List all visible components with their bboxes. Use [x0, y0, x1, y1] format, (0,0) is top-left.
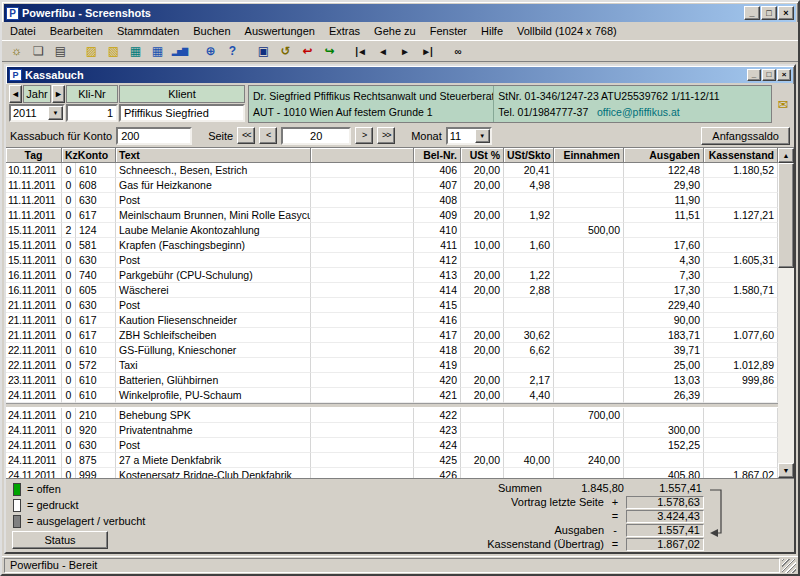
menu-auswertungen[interactable]: Auswertungen	[238, 23, 322, 39]
minimize-icon[interactable]: _	[744, 6, 760, 20]
page-last-button[interactable]: >>	[377, 127, 395, 144]
resize-grip[interactable]	[782, 559, 796, 573]
cashbook-icon[interactable]: ▦	[125, 42, 146, 61]
table-row[interactable]: 21.11.2011 0 617 Kaution Fliesenschneide…	[6, 313, 778, 328]
kassabuch-icon: P	[9, 69, 22, 81]
jahr-next-button[interactable]: ►	[52, 85, 65, 103]
folder-open-icon[interactable]: ▨	[81, 42, 102, 61]
menu-stammdaten[interactable]: Stammdaten	[110, 23, 186, 39]
konto-input[interactable]: 200	[116, 127, 192, 145]
cell-ust: 20,00	[461, 453, 504, 468]
cell-einnahmen	[554, 283, 624, 298]
toolbar-separator	[244, 42, 252, 61]
table-row[interactable]: 21.11.2011 0 630 Post 415 229,40	[6, 298, 778, 313]
kassabuch-maximize-icon[interactable]: □	[762, 69, 776, 81]
mail-icon[interactable]: ✉	[775, 97, 791, 112]
page-first-button[interactable]: <<	[237, 127, 255, 144]
zwischensumme-value: 3.424,43	[626, 510, 704, 523]
table-row[interactable]: 22.11.2011 0 572 Taxi 419 25,00 1.012,89	[6, 358, 778, 373]
globe-icon[interactable]: ⊕	[200, 42, 221, 61]
lamp-icon[interactable]: ☼	[6, 42, 27, 61]
document-icon[interactable]: ❏	[28, 42, 49, 61]
table-row[interactable]: 16.11.2011 0 605 Wäscherei 414 20,00 2,8…	[6, 283, 778, 298]
monat-select[interactable]: 11 ▼	[446, 127, 492, 145]
table-row[interactable]: 22.11.2011 0 610 GS-Füllung, Knieschoner…	[6, 343, 778, 358]
close-icon[interactable]: ×	[778, 6, 794, 20]
search-icon[interactable]: ∞	[447, 42, 468, 61]
table-row[interactable]: 24.11.2011 0 610 Winkelprofile, PU-Schau…	[6, 388, 778, 403]
table-row[interactable]: 11.11.2011 0 608 Gas für Heizkanone 407 …	[6, 178, 778, 193]
cell-kz: 2	[62, 223, 76, 238]
page-next-button[interactable]: >	[355, 127, 373, 144]
table-row[interactable]: 24.11.2011 0 999 Kostenersatz Bridge-Clu…	[6, 468, 778, 478]
seite-input[interactable]: 20	[281, 127, 351, 145]
client-taxnr: StNr. 01-346/1247-23 ATU25539762 1/11-12…	[498, 88, 767, 104]
folder-icon[interactable]: ▧	[103, 42, 124, 61]
nav-first-icon[interactable]: |◄	[350, 42, 371, 61]
cell-konto: 875	[76, 453, 116, 468]
nav-last-icon[interactable]: ►|	[416, 42, 437, 61]
table-row[interactable]: 23.11.2011 0 610 Batterien, Glühbirnen 4…	[6, 373, 778, 388]
klinr-field[interactable]: 1	[66, 104, 118, 122]
cell-text: Taxi	[116, 358, 311, 373]
help-icon[interactable]: ?	[222, 42, 243, 61]
client-email[interactable]: office@pfiffikus.at	[597, 106, 680, 118]
klient-field[interactable]: Pfiffikus Siegfried	[119, 104, 245, 122]
menu-bearbeiten[interactable]: Bearbeiten	[43, 23, 110, 39]
table-row[interactable]: 10.11.2011 0 610 Schneesch., Besen, Estr…	[6, 163, 778, 178]
menu-buchen[interactable]: Buchen	[186, 23, 237, 39]
chart-icon[interactable]: ▂▅▇	[169, 42, 190, 61]
table-row[interactable]: 24.11.2011 0 210 Behebung SPK 422 700,00	[6, 408, 778, 423]
nav-next-icon[interactable]: ►	[394, 42, 415, 61]
cell-kz: 0	[62, 253, 76, 268]
anfangssaldo-button[interactable]: Anfangssaldo	[701, 127, 790, 145]
cell-kassenstand: 1.867,02	[704, 468, 778, 478]
jahr-select[interactable]: 2011 ▼	[9, 104, 65, 122]
table-row[interactable]: 15.11.2011 0 630 Post 412 4,30 1.605,31	[6, 253, 778, 268]
summen-ausgaben-value: 1.557,41	[626, 482, 702, 494]
menu-vollbild[interactable]: Vollbild (1024 x 768)	[510, 23, 624, 39]
nav-prev-icon[interactable]: ◄	[372, 42, 393, 61]
journal-icon[interactable]: ▦	[147, 42, 168, 61]
jahr-prev-button[interactable]: ◄	[9, 85, 22, 103]
table-row[interactable]: 15.11.2011 2 124 Laube Melanie Akontozah…	[6, 223, 778, 238]
scroll-up-icon[interactable]: ▲	[778, 148, 794, 163]
cell-skto: 4,40	[504, 388, 554, 403]
kassabuch-close-icon[interactable]: ×	[777, 69, 791, 81]
vertical-scrollbar[interactable]: ▲ ▼	[778, 148, 794, 478]
cell-tag: 21.11.2011	[6, 298, 62, 313]
table-row[interactable]: 24.11.2011 0 875 27 a Miete Denkfabrik 4…	[6, 453, 778, 468]
page-prev-button[interactable]: <	[259, 127, 277, 144]
table-row[interactable]: 21.11.2011 0 617 ZBH Schleifscheiben 417…	[6, 328, 778, 343]
history-icon[interactable]: ↺	[275, 42, 296, 61]
table-row[interactable]: 11.11.2011 0 617 Meinlschaum Brunnen, Mi…	[6, 208, 778, 223]
menu-fenster[interactable]: Fenster	[423, 23, 474, 39]
verbuchen-icon[interactable]: ↪	[319, 42, 340, 61]
cell-belnr: 412	[414, 253, 461, 268]
chevron-down-icon[interactable]: ▼	[475, 129, 490, 143]
cell-belnr: 420	[414, 373, 461, 388]
table-row[interactable]: 11.11.2011 0 630 Post 408 11,90	[6, 193, 778, 208]
table-row[interactable]: 16.11.2011 0 740 Parkgebühr (CPU-Schulun…	[6, 268, 778, 283]
menu-gehe-zu[interactable]: Gehe zu	[367, 23, 423, 39]
menu-extras[interactable]: Extras	[322, 23, 367, 39]
chevron-down-icon[interactable]: ▼	[48, 106, 63, 120]
storno-icon[interactable]: ↩	[297, 42, 318, 61]
save-icon[interactable]: ▣	[253, 42, 274, 61]
menu-datei[interactable]: Datei	[3, 23, 43, 39]
menu-hilfe[interactable]: Hilfe	[474, 23, 510, 39]
scrollbar-thumb[interactable]	[778, 163, 794, 268]
scroll-down-icon[interactable]: ▼	[778, 463, 794, 478]
cell-ausgaben: 122,48	[624, 163, 704, 178]
cell-blank	[311, 253, 414, 268]
cell-ausgaben: 13,03	[624, 373, 704, 388]
col-skto: USt/Skto	[504, 148, 554, 163]
cell-kassenstand: 1.012,89	[704, 358, 778, 373]
print-icon[interactable]: ▤	[50, 42, 71, 61]
maximize-icon[interactable]: □	[761, 6, 777, 20]
table-row[interactable]: 15.11.2011 0 581 Krapfen (Faschingsbegin…	[6, 238, 778, 253]
kassabuch-minimize-icon[interactable]: _	[747, 69, 761, 81]
table-row[interactable]: 24.11.2011 0 630 Post 424 152,25	[6, 438, 778, 453]
table-row[interactable]: 24.11.2011 0 920 Privatentnahme 423 300,…	[6, 423, 778, 438]
cell-belnr: 409	[414, 208, 461, 223]
